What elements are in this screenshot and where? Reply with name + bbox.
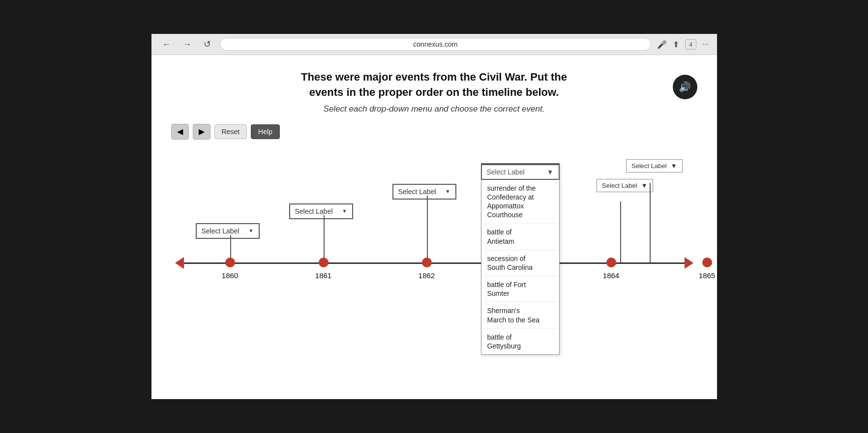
dropdown-item-appomattox[interactable]: surrender of theConfederacy atAppomattox…	[481, 180, 559, 224]
timeline-dropdown-1863-menu[interactable]: Select Label ▼ surrender of theConfedera…	[481, 163, 560, 355]
dropdown-item-fort-sumter[interactable]: battle of FortSumter	[481, 276, 559, 302]
page-header: These were major events from the Civil W…	[171, 70, 697, 114]
timeline-area: Select Label ▼ Select Label ▼ Select Lab…	[171, 154, 697, 326]
back-nav-button[interactable]: ◀	[171, 124, 189, 140]
forward-nav-button[interactable]: ▶	[193, 124, 210, 140]
timeline-point-1860	[225, 258, 235, 267]
dropdown-item-antietam[interactable]: battle ofAntietam	[481, 224, 559, 250]
tabs-badge[interactable]: 4	[685, 39, 696, 50]
year-label-1864: 1864	[603, 271, 619, 280]
dropdown-header-1863[interactable]: Select Label ▼	[481, 164, 560, 180]
browser-frame: ← → ↺ connexus.com 🎤 ⬆ 4 ··· These were …	[151, 34, 717, 399]
url-bar[interactable]: connexus.com	[220, 38, 651, 51]
browser-icons: 🎤 ⬆ 4 ···	[657, 39, 709, 50]
page-subtitle: Select each drop-down menu and choose th…	[171, 104, 697, 114]
share-icon[interactable]: ⬆	[673, 40, 679, 49]
year-label-1860: 1860	[222, 271, 238, 280]
connector-tr2	[620, 202, 621, 262]
connector-1861	[324, 215, 325, 262]
timeline-dropdown-1862[interactable]: Select Label ▼	[392, 184, 456, 200]
timeline-point-1865	[702, 258, 712, 267]
year-label-1865: 1865	[699, 271, 715, 280]
reload-button[interactable]: ↺	[201, 38, 214, 51]
toolbar: ◀ ▶ Reset Help	[171, 124, 697, 140]
timeline-point-1861	[319, 258, 329, 267]
year-label-1862: 1862	[419, 271, 435, 280]
year-label-1861: 1861	[315, 271, 331, 280]
browser-bar: ← → ↺ connexus.com 🎤 ⬆ 4 ···	[151, 34, 717, 55]
chevron-down-icon: ▼	[342, 208, 347, 214]
timeline-arrow-right	[685, 257, 693, 269]
timeline-dropdown-1861[interactable]: Select Label ▼	[289, 203, 353, 219]
chevron-down-icon: ▼	[671, 162, 677, 170]
more-icon[interactable]: ···	[702, 40, 709, 49]
forward-button[interactable]: →	[180, 38, 195, 51]
chevron-down-icon: ▼	[249, 228, 254, 233]
dropdown-item-secession[interactable]: secession ofSouth Carolina	[481, 250, 559, 276]
chevron-down-icon: ▼	[547, 168, 554, 176]
page-content: These were major events from the Civil W…	[151, 55, 717, 399]
top-right-dropdown-1[interactable]: Select Label ▼	[626, 159, 682, 173]
sound-button[interactable]: 🔊	[673, 75, 697, 99]
top-right-dropdown-2[interactable]: Select Label ▼	[597, 179, 653, 192]
reset-button[interactable]: Reset	[214, 124, 247, 139]
chevron-down-icon: ▼	[641, 182, 648, 189]
dropdown-item-shermans-march[interactable]: Sherman'sMarch to the Sea	[481, 302, 559, 328]
mic-icon[interactable]: 🎤	[657, 40, 667, 49]
connector-tr1	[650, 183, 651, 262]
timeline-point-1862	[422, 258, 432, 267]
connector-1862	[427, 196, 428, 262]
help-button[interactable]: Help	[251, 124, 280, 139]
back-button[interactable]: ←	[159, 38, 174, 51]
timeline-point-1864	[606, 258, 616, 267]
sound-icon: 🔊	[679, 81, 691, 93]
dropdown-item-gettysburg[interactable]: battle ofGettysburg	[481, 329, 559, 354]
timeline-arrow-left	[175, 257, 184, 269]
page-title: These were major events from the Civil W…	[171, 70, 697, 100]
chevron-down-icon: ▼	[446, 189, 450, 194]
timeline-dropdown-1860[interactable]: Select Label ▼	[196, 223, 260, 239]
